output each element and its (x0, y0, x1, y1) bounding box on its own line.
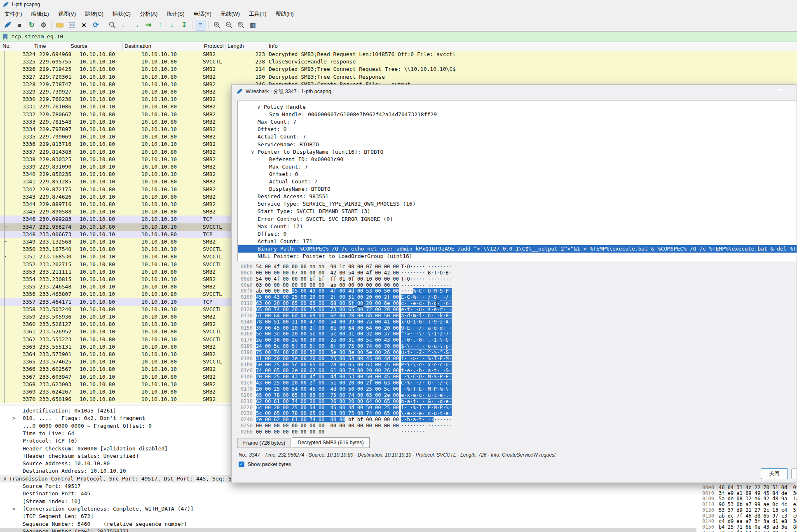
wireshark-start-icon[interactable] (2, 20, 13, 30)
menu-item-统计[interactable]: 统计(S) (162, 9, 189, 19)
hex-row-00f0[interactable]: 00f0ab 00 00 00 25 00 43 00 4f 00 4d 00 … (237, 288, 462, 294)
detail-row[interactable]: Destination Port: 445 (0, 490, 696, 497)
hex-row-01f0[interactable]: 01f020 00 25 00 54 00 45 00 4d 00 50 00 … (237, 386, 462, 392)
collapse-chevron-icon[interactable]: ∨ (251, 148, 254, 156)
hex-row-0180[interactable]: 018024 00 5c 00 5f 00 5f 00 6f 00 75 00 … (237, 343, 462, 349)
hex-row-0100[interactable]: 010045 00 43 00 25 00 20 00 2f 00 51 00 … (237, 294, 462, 300)
menu-item-电话[interactable]: 电话(Y) (189, 9, 216, 19)
collapse-chevron-icon[interactable]: ∨ (3, 475, 7, 483)
tree-row[interactable]: Binary Path: %COMSPEC% /Q /c echo net us… (238, 245, 797, 253)
tree-row[interactable]: Offset: 0 (238, 126, 797, 133)
col-source[interactable]: Source (70, 43, 87, 49)
detail-row[interactable]: [TCP Segment Len: 672] (0, 513, 696, 520)
hex-row-00b0[interactable]: 00b054 00 4f 00 00 00 aa aa 90 1c 00 00 … (237, 264, 462, 270)
hex-row-0120[interactable]: 012053 37 d9 21 27 2c 13 c4 5f (696, 507, 797, 513)
save-file-icon[interactable] (66, 20, 77, 30)
hex-row-0100[interactable]: 01005a de 08 32 a6 92 d8 9a 1a (696, 496, 797, 502)
zoom-in-icon[interactable] (211, 20, 223, 30)
hex-row-0140[interactable]: 0140c4 d9 ea a7 3f 3a d1 e8 34 (696, 518, 797, 524)
tree-row[interactable]: Actual Count: 7 (238, 178, 797, 185)
partial-button[interactable] (791, 468, 797, 479)
menu-item-工具[interactable]: 工具(T) (244, 9, 271, 19)
detail-row[interactable]: >[Conversation completeness: Complete, W… (0, 505, 696, 513)
hex-row-0120[interactable]: 012065 00 74 00 20 00 75 00 73 00 65 00 … (237, 307, 462, 313)
tree-row[interactable]: Offset: 0 (238, 171, 797, 178)
reload-file-icon[interactable]: ⟳ (90, 20, 101, 30)
menu-item-无线[interactable]: 无线(W) (216, 9, 244, 19)
hex-row-0220[interactable]: 02206c 00 20 00 25 00 54 00 45 00 4d 00 … (237, 405, 462, 411)
hex-row-00c0[interactable]: 00c000 00 00 00 07 00 00 00 42 00 54 00 … (237, 270, 462, 276)
tree-row[interactable]: Max Count: 7 (238, 163, 797, 171)
hex-row-0150[interactable]: 0150b4 25 71 6b 0e 43 ad 3e 88 (696, 524, 797, 530)
hex-row-0260[interactable]: 026000 00 00 00 00 00 00 00········ (237, 429, 462, 435)
filter-input[interactable]: tcp.stream eq 10 (12, 33, 63, 40)
hex-row-01b0[interactable]: 01b050 00 25 00 5c 00 65 00 78 00 65 00 … (237, 362, 462, 368)
hex-row-0200[interactable]: 020065 00 78 00 65 00 63 00 75 00 74 00 … (237, 392, 462, 398)
hex-row-01c0[interactable]: 01c074 00 65 00 2e 00 62 00 61 00 74 00 … (237, 368, 462, 374)
hex-row-00f0[interactable]: 00f03f e9 a1 69 49 45 84 de 34 (696, 490, 797, 496)
menu-item-编辑[interactable]: 编辑(E) (27, 9, 54, 19)
expand-chevron-icon[interactable]: > (12, 415, 16, 422)
close-button[interactable]: 关闭 (761, 468, 788, 479)
tree-row[interactable]: Referent ID: 0x00001c90 (238, 156, 797, 163)
packet-window-tree[interactable]: ∨Policy HandleScm Handle: 000000007c6100… (237, 101, 797, 261)
detail-row[interactable]: Sequence Number: 5460 (relative sequence… (0, 520, 696, 528)
col-time[interactable]: Time (34, 43, 46, 49)
hex-row-0150[interactable]: 015039 00 45 00 20 00 2f 00 61 00 64 00 … (237, 325, 462, 331)
restart-capture-icon[interactable]: ↻ (26, 20, 37, 30)
tree-row[interactable]: Desired Access: 983551 (238, 193, 797, 200)
expand-chevron-icon[interactable]: > (12, 505, 16, 513)
tree-row[interactable]: ∨Policy Handle (238, 103, 797, 111)
hex-row-00d0[interactable]: 00d054 00 4f 00 00 00 bf bf ff 01 0f 00 … (237, 276, 462, 282)
tree-row[interactable]: Scm Handle: 000000007c61008e7b962f42a34d… (238, 111, 797, 118)
col-length[interactable]: Length (227, 43, 244, 49)
hex-row-0140[interactable]: 014078 00 51 00 31 00 47 00 54 00 39 00 … (237, 319, 462, 325)
menu-item-视图[interactable]: 视图(V) (54, 9, 80, 19)
next-packet-icon[interactable]: ↓ (166, 20, 178, 30)
column-separator[interactable] (122, 43, 123, 50)
hex-row-0110[interactable]: 011090 53 0b a7 99 ae 0c 4c e3 (696, 502, 797, 507)
hex-row-0250[interactable]: 025000 00 00 00 00 00 00 00 00 00 00 00 … (237, 423, 462, 429)
col-info[interactable]: Info (269, 43, 278, 49)
hex-row-0240[interactable]: 02402e 00 62 00 61 00 74 00 00 00 bf bf … (237, 417, 462, 423)
filter-bar[interactable]: tcp.stream eq 10 (0, 31, 797, 42)
previous-packet-icon[interactable]: ↑ (155, 20, 166, 30)
col-destination[interactable]: Destination (124, 43, 151, 49)
main-hex-pane-fragment[interactable]: 00e046 04 31 4c 22 70 51 0d 0f00f03f e9 … (696, 483, 797, 532)
tree-row[interactable]: Start Type: SVCCTL_DEMAND_START (3) (238, 208, 797, 215)
tree-row[interactable]: DisplayName: BTOBTO (238, 185, 797, 193)
go-back-icon[interactable]: ← (119, 20, 130, 30)
column-separator[interactable] (37, 43, 38, 50)
tree-row[interactable]: Error Control: SVCCTL_SVC_ERROR_IGNORE (… (238, 216, 797, 223)
col-protocol[interactable]: Protocol (204, 43, 224, 49)
packet-row-3326[interactable]: 3326229.71942510.10.10.8010.10.10.10SMB2… (0, 66, 797, 73)
menu-item-帮助[interactable]: 帮助(H) (271, 9, 298, 19)
tree-row[interactable]: Max Count: 171 (238, 223, 797, 230)
hex-row-01a0[interactable]: 01a031 00 20 00 3e 00 20 00 25 00 54 00 … (237, 356, 462, 362)
tree-row[interactable]: Offset: 0 (238, 230, 797, 238)
tree-row[interactable]: Actual Count: 171 (238, 238, 797, 245)
go-forward-icon[interactable]: → (131, 20, 142, 30)
hex-row-0130[interactable]: 013061 00 64 00 6d 00 69 00 6e 00 20 00 … (237, 313, 462, 319)
packet-row-3327[interactable]: 3327229.72030110.10.10.1010.10.10.80SMB2… (0, 73, 797, 81)
tree-row[interactable]: Actual Count: 7 (238, 133, 797, 141)
hex-row-00e0[interactable]: 00e046 04 31 4c 22 70 51 0d 0f (696, 485, 797, 490)
menu-item-分析[interactable]: 分析(A) (135, 9, 162, 19)
column-separator[interactable] (225, 43, 226, 50)
show-packet-bytes-checkbox[interactable] (239, 462, 244, 467)
tree-row[interactable]: Max Count: 7 (238, 118, 797, 126)
resize-columns-icon[interactable]: ▥ (247, 20, 258, 30)
packet-list-header[interactable]: No. Time Source Destination Protocol Len… (0, 42, 797, 51)
colorize-icon[interactable]: ≡ (195, 20, 206, 30)
column-separator[interactable] (200, 43, 200, 50)
minimize-button[interactable]: — (774, 87, 785, 96)
zoom-reset-icon[interactable] (235, 20, 246, 30)
collapse-chevron-icon[interactable]: ∨ (257, 103, 260, 111)
hex-row-0160[interactable]: 01605e 00 3e 00 20 00 5c 00 5c 00 31 00 … (237, 331, 462, 337)
hex-row-0160[interactable]: 016072 c3 f2 b2 8c 63 49 51 3f (696, 530, 797, 532)
capture-options-icon[interactable]: ⚙ (38, 20, 49, 30)
hex-row-0230[interactable]: 02305c 00 65 00 78 00 65 00 63 00 75 00 … (237, 410, 462, 417)
hex-row-0110[interactable]: 011063 00 20 00 65 00 63 00 68 00 6f 00 … (237, 300, 462, 307)
menu-item-捕获[interactable]: 捕获(C) (108, 9, 135, 19)
detail-row[interactable]: Source Port: 49517 (0, 483, 696, 490)
